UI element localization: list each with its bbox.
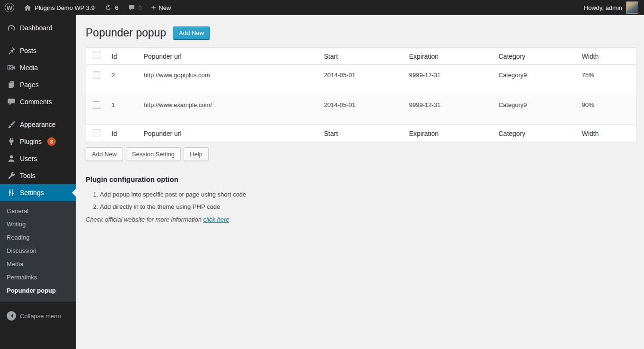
column-footer-start: Start [319,125,405,142]
sidebar-item-label: Tools [20,171,35,180]
admin-sidebar: Dashboard Posts Media Pages Comments [0,15,76,349]
main-content: Popunder popup Add New Id Popunder url S… [76,0,644,349]
menu-separator [0,110,76,116]
update-icon [104,4,112,12]
sidebar-item-label: Dashboard [20,24,53,32]
cell-id: 1 [107,95,139,125]
account-menu[interactable]: Howdy, admin [578,0,644,15]
select-all-checkbox-bottom[interactable] [93,129,100,136]
cell-expiration: 9999-12-31 [405,95,494,125]
column-header-width: Width [577,48,636,65]
menu-separator [0,36,76,42]
column-header-start: Start [319,48,405,65]
plugin-configuration-section: Plugin configuration option Add popup in… [86,175,636,223]
submenu-item-permalinks[interactable]: Permalinks [0,271,76,284]
settings-sliders-icon [7,188,16,197]
add-new-button[interactable]: Add New [86,147,123,161]
session-setting-button[interactable]: Session Setting [126,147,181,161]
sidebar-item-media[interactable]: Media [0,59,76,76]
wordpress-icon: W [5,3,14,12]
howdy-label: Howdy, admin [584,4,622,11]
wp-logo-menu[interactable]: W [0,0,19,15]
cell-category: Category9 [494,95,577,125]
row-checkbox[interactable] [93,72,100,79]
active-item-arrow [68,189,76,197]
avatar [626,1,638,14]
collapse-menu-button[interactable]: Collapse menu [0,307,76,324]
sidebar-item-users[interactable]: Users [0,150,76,167]
config-heading: Plugin configuration option [86,175,636,183]
cell-start: 2014-05-01 [319,95,405,125]
sidebar-item-label: Appearance [20,120,56,129]
table-footer-row: Id Popunder url Start Expiration Categor… [86,125,636,142]
submenu-item-reading[interactable]: Reading [0,231,76,244]
table-row: 1 http://www.example.com/ 2014-05-01 999… [86,95,636,125]
media-icon [7,63,16,72]
user-icon [7,154,16,163]
settings-submenu: General Writing Reading Discussion Media… [0,201,76,302]
column-header-category: Category [494,48,577,65]
comment-icon [128,4,135,11]
column-header-url: Popunder url [139,48,319,65]
click-here-link[interactable]: click here [203,216,229,223]
cell-url: http://www.gopiplus.com [139,65,319,95]
table-row: 2 http://www.gopiplus.com 2014-05-01 999… [86,65,636,95]
dashboard-icon [7,23,16,33]
table-header-row: Id Popunder url Start Expiration Categor… [86,48,636,65]
page-title: Popunder popup [86,26,166,40]
plugin-icon [7,137,16,146]
column-footer-width: Width [577,125,636,142]
submenu-item-discussion[interactable]: Discussion [0,244,76,258]
plus-icon: + [151,3,156,11]
update-count: 6 [115,4,118,11]
help-button[interactable]: Help [184,147,209,161]
sidebar-item-comments[interactable]: Comments [0,93,76,110]
plugins-update-badge: 3 [47,137,56,146]
site-name-menu[interactable]: Plugins Demo WP 3.9 [19,0,99,15]
sidebar-item-label: Settings [20,188,44,197]
updates-menu[interactable]: 6 [99,0,123,15]
cell-expiration: 9999-12-31 [405,65,494,95]
column-footer-expiration: Expiration [405,125,494,142]
sidebar-item-plugins[interactable]: Plugins 3 [0,133,76,150]
column-footer-category: Category [494,125,577,142]
wrench-icon [7,171,16,180]
column-header-expiration: Expiration [405,48,494,65]
cell-start: 2014-05-01 [319,65,405,95]
comments-icon [7,97,16,107]
sidebar-item-label: Comments [20,98,52,106]
select-all-checkbox-top[interactable] [93,52,100,59]
submenu-item-writing[interactable]: Writing [0,218,76,231]
sidebar-item-label: Plugins [20,137,42,146]
submenu-item-general[interactable]: General [0,205,76,218]
sidebar-item-posts[interactable]: Posts [0,42,76,59]
cell-url: http://www.example.com/ [139,95,319,125]
sidebar-item-dashboard[interactable]: Dashboard [0,19,76,36]
config-item: Add popup into specific post or page usi… [100,191,636,198]
collapse-menu-label: Collapse menu [20,313,61,320]
pushpin-icon [7,46,16,55]
cell-id: 2 [107,65,139,95]
sidebar-item-appearance[interactable]: Appearance [0,116,76,133]
submenu-item-media[interactable]: Media [0,258,76,271]
row-checkbox[interactable] [93,101,100,109]
cell-width: 75% [577,65,636,95]
sidebar-item-pages[interactable]: Pages [0,76,76,93]
add-new-button-header[interactable]: Add New [173,27,210,40]
comments-menu[interactable]: 0 [123,0,146,15]
comment-count: 0 [138,4,141,11]
sidebar-item-settings[interactable]: Settings [0,184,76,201]
new-content-menu[interactable]: + New [146,0,176,15]
sidebar-item-label: Posts [20,46,36,55]
site-name-label: Plugins Demo WP 3.9 [35,4,95,11]
column-footer-url: Popunder url [139,125,319,142]
cell-category: Category9 [494,65,577,95]
sidebar-item-tools[interactable]: Tools [0,167,76,184]
config-item: Add directly in to the theme using PHP c… [100,203,636,210]
appearance-brush-icon [7,120,16,129]
pages-icon [7,80,16,89]
sidebar-item-label: Media [20,63,38,72]
config-footer-text: Check official website for more informat… [86,216,202,223]
submenu-item-popunder-popup[interactable]: Popunder popup [0,284,76,297]
cell-width: 90% [577,95,636,125]
